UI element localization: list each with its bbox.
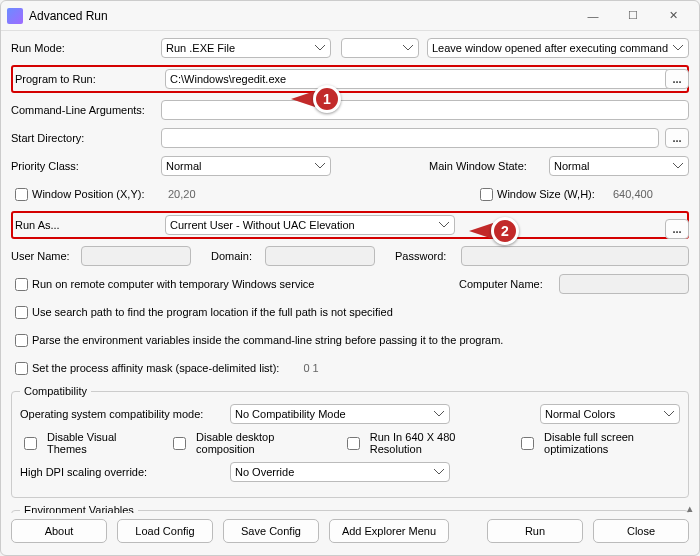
close-window-button[interactable]: ✕ xyxy=(653,2,693,30)
parse-env-label: Parse the environment variables inside t… xyxy=(32,334,503,346)
affinity-checkbox[interactable] xyxy=(15,362,28,375)
run-mode-select[interactable]: Run .EXE File xyxy=(161,38,331,58)
window-title: Advanced Run xyxy=(29,9,108,23)
dpi-override-label: High DPI scaling override: xyxy=(20,466,230,478)
titlebar: Advanced Run — ☐ ✕ xyxy=(1,1,699,31)
remote-checkbox[interactable] xyxy=(15,278,28,291)
computer-name-label: Computer Name: xyxy=(459,278,559,290)
cmd-args-input[interactable] xyxy=(161,100,689,120)
run-as-select[interactable]: Current User - Without UAC Elevation xyxy=(165,215,455,235)
dialog-content: Run Mode: Run .EXE File Leave window ope… xyxy=(1,31,699,513)
compat-mode-select[interactable]: No Compatibility Mode xyxy=(230,404,450,424)
app-icon xyxy=(7,8,23,24)
compatibility-group: Compatibility Operating system compatibi… xyxy=(11,385,689,498)
compat-mode-label: Operating system compatibility mode: xyxy=(20,408,230,420)
main-window-state-label: Main Window State: xyxy=(429,160,549,172)
compat-colors-select[interactable]: Normal Colors xyxy=(540,404,680,424)
user-name-input xyxy=(81,246,191,266)
disable-composition-label: Disable desktop composition xyxy=(196,431,317,455)
priority-select[interactable]: Normal xyxy=(161,156,331,176)
start-dir-browse-button[interactable]: ... xyxy=(665,128,689,148)
save-config-button[interactable]: Save Config xyxy=(223,519,319,543)
affinity-label: Set the process affinity mask (space-del… xyxy=(32,362,279,374)
password-label: Password: xyxy=(395,250,461,262)
priority-label: Priority Class: xyxy=(11,160,161,172)
add-explorer-menu-button[interactable]: Add Explorer Menu xyxy=(329,519,449,543)
footer: About Load Config Save Config Add Explor… xyxy=(1,513,699,555)
remote-label: Run on remote computer with temporary Wi… xyxy=(32,278,314,290)
load-config-button[interactable]: Load Config xyxy=(117,519,213,543)
affinity-input[interactable] xyxy=(299,358,419,378)
close-button[interactable]: Close xyxy=(593,519,689,543)
window-size-checkbox[interactable] xyxy=(480,188,493,201)
program-label: Program to Run: xyxy=(15,73,165,85)
run-640-label: Run In 640 X 480 Resolution xyxy=(370,431,491,455)
cmd-args-label: Command-Line Arguments: xyxy=(11,104,161,116)
window-pos-label: Window Position (X,Y): xyxy=(32,188,164,200)
disable-fullscreen-checkbox[interactable] xyxy=(521,437,534,450)
password-input xyxy=(461,246,689,266)
program-browse-button[interactable]: ... xyxy=(665,69,689,89)
run-as-more-button[interactable]: ... xyxy=(665,219,689,239)
compat-legend: Compatibility xyxy=(20,385,91,397)
app-window: Advanced Run — ☐ ✕ Run Mode: Run .EXE Fi… xyxy=(0,0,700,556)
run-mode-label: Run Mode: xyxy=(11,42,161,54)
env-legend: Environment Variables xyxy=(20,504,138,513)
user-name-label: User Name: xyxy=(11,250,81,262)
start-dir-label: Start Directory: xyxy=(11,132,161,144)
window-size-input[interactable] xyxy=(609,184,689,204)
run-as-label: Run As... xyxy=(15,219,165,231)
about-button[interactable]: About xyxy=(11,519,107,543)
start-dir-input[interactable] xyxy=(161,128,659,148)
window-pos-checkbox[interactable] xyxy=(15,188,28,201)
disable-themes-checkbox[interactable] xyxy=(24,437,37,450)
scroll-up-icon[interactable]: ▴ xyxy=(683,501,697,513)
domain-input xyxy=(265,246,375,266)
program-input[interactable] xyxy=(165,69,685,89)
minimize-button[interactable]: — xyxy=(573,2,613,30)
search-path-checkbox[interactable] xyxy=(15,306,28,319)
window-pos-input[interactable] xyxy=(164,184,244,204)
disable-themes-label: Disable Visual Themes xyxy=(47,431,143,455)
run-button[interactable]: Run xyxy=(487,519,583,543)
disable-composition-checkbox[interactable] xyxy=(173,437,186,450)
leave-window-select[interactable]: Leave window opened after executing comm… xyxy=(427,38,689,58)
parse-env-checkbox[interactable] xyxy=(15,334,28,347)
main-window-state-select[interactable]: Normal xyxy=(549,156,689,176)
window-size-label: Window Size (W,H): xyxy=(497,188,609,200)
maximize-button[interactable]: ☐ xyxy=(613,2,653,30)
run-640-checkbox[interactable] xyxy=(347,437,360,450)
secondary-mode-select[interactable] xyxy=(341,38,419,58)
dpi-override-select[interactable]: No Override xyxy=(230,462,450,482)
env-vars-group: Environment Variables Use current system… xyxy=(11,504,689,513)
disable-fullscreen-label: Disable full screen optimizations xyxy=(544,431,680,455)
search-path-label: Use search path to find the program loca… xyxy=(32,306,393,318)
computer-name-input xyxy=(559,274,689,294)
domain-label: Domain: xyxy=(211,250,265,262)
